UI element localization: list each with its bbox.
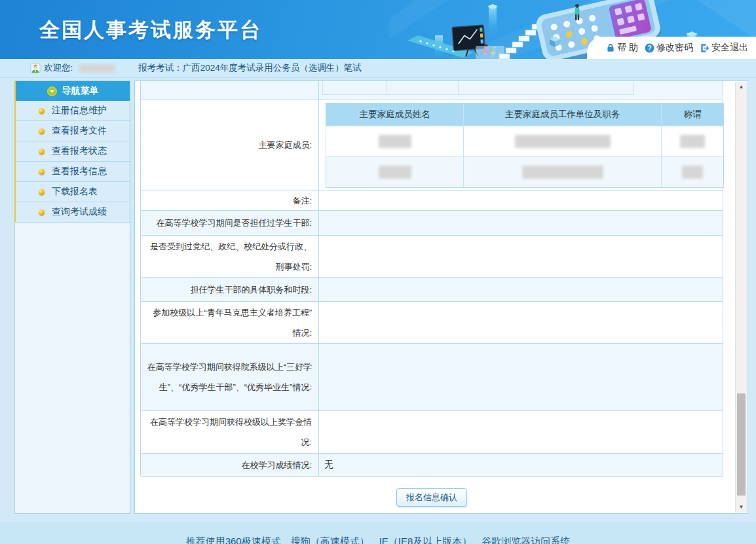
- exam-label: 报考考试：广西2024年度考试录用公务员（选调生）笔试: [138, 62, 362, 74]
- sidebar-item-label: 注册信息维护: [52, 105, 107, 117]
- row-value: [319, 344, 723, 410]
- content-panel: 主要家庭成员: 主要家庭成员姓名 主要家庭成员工作单位及职务 称谓: [134, 81, 748, 514]
- family-table-row: [326, 126, 723, 156]
- row-value: 无: [319, 454, 723, 476]
- sidebar-item-view-application-status[interactable]: 查看报考状态: [16, 141, 130, 162]
- lock-icon: [606, 43, 615, 52]
- logout-label: 安全退出: [711, 42, 748, 54]
- redacted-member-name: [379, 135, 411, 148]
- sidebar-item-label: 查看报考状态: [52, 145, 107, 157]
- help-label: 帮 助: [617, 42, 638, 54]
- column-header-name: 主要家庭成员姓名: [326, 103, 464, 126]
- change-password-link[interactable]: ? 修改密码: [645, 42, 693, 54]
- row-label: 在高等学校学习期间获得校级以上奖学金情况:: [141, 411, 319, 453]
- redacted-username: [79, 64, 115, 73]
- row-value: [319, 278, 723, 301]
- application-form-table: 主要家庭成员: 主要家庭成员姓名 主要家庭成员工作单位及职务 称谓: [140, 81, 723, 477]
- bullet-icon: [39, 128, 45, 134]
- row-label: 在高等学校学习期间是否担任过学生干部:: [141, 211, 319, 235]
- header-toolbar: 帮 助 ? 修改密码 安全退出: [587, 37, 756, 59]
- row-value: [319, 302, 723, 343]
- sidebar-item-download-form[interactable]: 下载报名表: [16, 182, 130, 202]
- redacted-member-workunit: [515, 135, 611, 148]
- row-value: [319, 411, 723, 453]
- page-body: 导航菜单 注册信息维护 查看报考文件 查看报考状态 查看报考信息: [0, 78, 756, 522]
- nav-list: 注册信息维护 查看报考文件 查看报考状态 查看报考信息 下载报名表: [16, 101, 130, 223]
- row-value: [319, 236, 723, 277]
- family-members-value: 主要家庭成员姓名 主要家庭成员工作单位及职务 称谓: [319, 100, 724, 190]
- family-table-header: 主要家庭成员姓名 主要家庭成员工作单位及职务 称谓: [326, 103, 723, 126]
- sidebar-item-query-scores[interactable]: 查询考试成绩: [16, 202, 130, 223]
- redacted-member-relation: [680, 135, 705, 148]
- sidebar-item-label: 查看报考文件: [52, 125, 107, 137]
- footer-browser-tip: 推荐使用360极速模式、搜狗（高速模式）、IE（IE8及以上版本）、谷歌浏览器访…: [0, 535, 756, 544]
- form-row-scholarship: 在高等学校学习期间获得校级以上奖学金情况:: [141, 410, 723, 453]
- partial-row-value: [319, 81, 723, 99]
- welcome-label: 欢迎您:: [44, 62, 73, 74]
- redacted-member-relation: [682, 166, 703, 179]
- form-row-punishment: 是否受到过党纪、政纪、校纪处分或行政、刑事处罚:: [141, 235, 723, 277]
- column-header-workunit: 主要家庭成员工作单位及职务: [464, 103, 662, 126]
- change-password-label: 修改密码: [656, 42, 693, 54]
- family-members-table: 主要家庭成员姓名 主要家庭成员工作单位及职务 称谓: [326, 103, 724, 188]
- chevron-down-circle-icon: [47, 86, 57, 96]
- sidebar-item-register-info[interactable]: 注册信息维护: [16, 101, 130, 121]
- redacted-member-workunit: [522, 166, 603, 179]
- welcome-bar: 欢迎您: 报考考试：广西2024年度考试录用公务员（选调生）笔试: [0, 59, 756, 78]
- nav-menu: 导航菜单 注册信息维护 查看报考文件 查看报考状态 查看报考信息: [14, 81, 130, 223]
- form-row-student-cadre: 在高等学校学习期间是否担任过学生干部:: [141, 210, 723, 235]
- logout-link[interactable]: 安全退出: [700, 42, 748, 54]
- partial-cell: [387, 81, 459, 94]
- row-label: 备注:: [141, 191, 319, 210]
- family-table-row: [326, 156, 723, 187]
- form-row-honors: 在高等学校学习期间获得院系级以上“三好学生”、“优秀学生干部”、“优秀毕业生”情…: [141, 343, 723, 410]
- redacted-member-name: [379, 166, 411, 179]
- form-row-marxist-program: 参加校级以上“青年马克思主义者培养工程”情况:: [141, 301, 723, 343]
- page-title: 全国人事考试服务平台: [39, 16, 262, 44]
- partial-row-label: [141, 81, 319, 99]
- bullet-icon: [39, 169, 45, 175]
- scroll-up-arrow-icon[interactable]: ▲: [736, 82, 747, 92]
- scrollbar-thumb[interactable]: [737, 393, 746, 496]
- partial-inner-table: [322, 81, 634, 95]
- bullet-icon: [39, 209, 45, 215]
- partial-cell: [459, 81, 633, 94]
- partial-cell: [323, 81, 387, 94]
- sidebar-item-label: 下载报名表: [52, 186, 98, 198]
- confirm-registration-button[interactable]: 报名信息确认: [396, 488, 467, 507]
- scroll-down-arrow-icon[interactable]: ▼: [736, 502, 747, 513]
- svg-text:?: ?: [647, 45, 651, 52]
- row-label: 是否受到过党纪、政纪、校纪处分或行政、刑事处罚:: [141, 236, 319, 277]
- family-members-label: 主要家庭成员:: [141, 100, 319, 190]
- vertical-scrollbar[interactable]: ▲ ▼: [735, 82, 747, 513]
- button-row: 报名信息确认: [140, 488, 723, 507]
- footer: 推荐使用360极速模式、搜狗（高速模式）、IE（IE8及以上版本）、谷歌浏览器访…: [0, 522, 756, 544]
- family-members-row: 主要家庭成员: 主要家庭成员姓名 主要家庭成员工作单位及职务 称谓: [141, 99, 723, 190]
- form-row-academic-record: 在校学习成绩情况: 无: [141, 453, 723, 476]
- partial-row: [141, 81, 723, 99]
- sidebar-item-view-application-info[interactable]: 查看报考信息: [16, 162, 130, 182]
- user-avatar-icon: [30, 63, 41, 73]
- bullet-icon: [39, 189, 45, 195]
- sidebar-item-view-exam-files[interactable]: 查看报考文件: [16, 121, 130, 141]
- form-row-remarks: 备注:: [141, 190, 723, 210]
- bullet-icon: [39, 149, 45, 154]
- header: 全国人事考试服务平台 帮 助 ? 修改密码 安全退出: [0, 0, 756, 59]
- sidebar: 导航菜单 注册信息维护 查看报考文件 查看报考状态 查看报考信息: [14, 81, 130, 514]
- logout-icon: [700, 43, 709, 53]
- row-value: [319, 191, 723, 210]
- row-label: 在高等学校学习期间获得院系级以上“三好学生”、“优秀学生干部”、“优秀毕业生”情…: [141, 344, 319, 410]
- row-value: [319, 211, 723, 235]
- form-row-cadre-position: 担任学生干部的具体职务和时段:: [141, 277, 723, 301]
- row-label: 担任学生干部的具体职务和时段:: [141, 278, 319, 301]
- bullet-icon: [39, 108, 45, 114]
- nav-menu-header: 导航菜单: [16, 81, 130, 101]
- sidebar-item-label: 查看报考信息: [52, 166, 107, 177]
- sidebar-item-label: 查询考试成绩: [52, 206, 107, 218]
- row-label: 在校学习成绩情况:: [141, 454, 319, 476]
- column-header-relation: 称谓: [662, 103, 723, 126]
- help-link[interactable]: 帮 助: [606, 42, 638, 54]
- question-icon: ?: [645, 43, 654, 53]
- nav-menu-title: 导航菜单: [62, 85, 99, 97]
- row-label: 参加校级以上“青年马克思主义者培养工程”情况:: [141, 302, 319, 343]
